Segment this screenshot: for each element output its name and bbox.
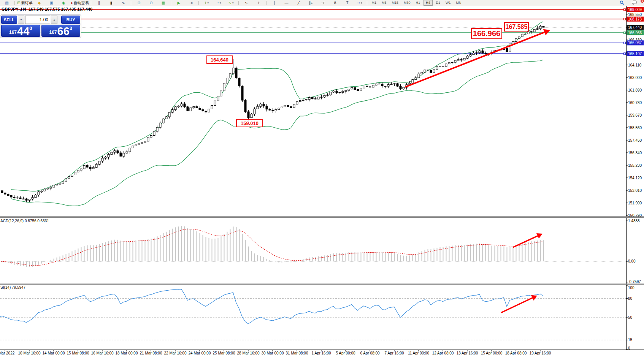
- price-annotation[interactable]: 167.585: [504, 22, 529, 32]
- line-handle: [624, 18, 626, 20]
- indicators-icon[interactable]: +▾: [201, 0, 212, 5]
- toolbar-separator: [367, 1, 367, 5]
- timeframe-M1[interactable]: M1: [370, 0, 378, 5]
- bar-chart-icon[interactable]: ║: [94, 0, 104, 5]
- svg-text:11 Apr 00:00: 11 Apr 00:00: [408, 351, 429, 355]
- svg-text:156.340: 156.340: [628, 151, 642, 155]
- svg-text:30 Mar 00:00: 30 Mar 00:00: [262, 351, 284, 355]
- svg-text:1 Apr 16:00: 1 Apr 16:00: [311, 351, 331, 355]
- templates-icon[interactable]: ∿▾: [225, 0, 236, 5]
- svg-text:165.107: 165.107: [628, 52, 642, 56]
- timeframe-M5[interactable]: M5: [380, 0, 389, 5]
- svg-text:158.560: 158.560: [628, 126, 642, 130]
- crosshair-icon[interactable]: +: [253, 0, 264, 5]
- chat-icon[interactable]: 1: [632, 0, 642, 5]
- svg-text:166.966: 166.966: [628, 31, 642, 35]
- ask-pip-digit: 3: [70, 25, 72, 31]
- search-icon[interactable]: [620, 0, 630, 5]
- text-label-icon[interactable]: T: [342, 0, 352, 5]
- svg-text:1.4838: 1.4838: [628, 219, 640, 223]
- fibonacci-icon[interactable]: ┄F: [317, 0, 328, 5]
- vertical-line-icon[interactable]: |: [269, 0, 279, 5]
- svg-text:166.067: 166.067: [628, 41, 642, 45]
- one-click-trading-panel: SELL ▼ ▲ BUY 167 44 0 167 66 3: [0, 14, 81, 38]
- channel-icon[interactable]: ∥E: [305, 0, 316, 5]
- volume-increase-button[interactable]: ▲: [51, 16, 57, 24]
- sell-button[interactable]: SELL: [1, 16, 17, 24]
- svg-text:167.440: 167.440: [628, 25, 642, 30]
- price-annotation[interactable]: 159.010: [236, 119, 263, 127]
- candlestick-series: [0, 22, 544, 206]
- svg-text:160.780: 160.780: [628, 101, 642, 105]
- svg-text:0.00: 0.00: [628, 259, 636, 263]
- svg-text:16 Mar 16:00: 16 Mar 16:00: [91, 351, 114, 355]
- terminal-icon[interactable]: ▣: [46, 0, 57, 5]
- svg-text:22 Mar 16:00: 22 Mar 16:00: [164, 351, 187, 355]
- ask-price: 167 66 3: [41, 25, 81, 37]
- new-chart-icon[interactable]: ▤: [2, 0, 12, 5]
- horizontal-line-icon[interactable]: —: [281, 0, 292, 5]
- svg-text:154.120: 154.120: [628, 176, 642, 180]
- volume-decrease-button[interactable]: ▼: [18, 16, 24, 24]
- line-handle: [624, 9, 626, 11]
- toolbar-separator: [171, 1, 171, 5]
- timeframe-MN[interactable]: MN: [454, 0, 463, 5]
- svg-text:159.670: 159.670: [628, 113, 642, 117]
- timeframe-M15[interactable]: M15: [390, 0, 400, 5]
- candlestick-chart-icon[interactable]: ▮: [106, 0, 116, 5]
- trendline-icon[interactable]: ╱: [293, 0, 304, 5]
- bid-prefix: 167: [9, 30, 17, 35]
- chart-shift-icon[interactable]: ⇥: [186, 0, 196, 5]
- toolbar-separator: [238, 1, 239, 5]
- toolbar-separator: [91, 1, 91, 5]
- svg-text:161.890: 161.890: [628, 88, 642, 92]
- svg-text:150.790: 150.790: [628, 214, 642, 218]
- periods-icon[interactable]: ◔▾: [213, 0, 224, 5]
- svg-text:169.009: 169.009: [628, 8, 642, 12]
- chart-quote-header: GBPJPY-,H4 167.549 167.575 167.435 167.4…: [2, 7, 92, 11]
- bollinger-lower-band: [11, 60, 543, 206]
- tile-windows-icon[interactable]: ▦: [158, 0, 168, 5]
- signals-icon[interactable]: ◉: [58, 0, 69, 5]
- zoom-out-icon[interactable]: ⊖: [146, 0, 156, 5]
- arrows-icon[interactable]: ⇝▾: [354, 0, 365, 5]
- timeframe-D1[interactable]: D1: [434, 0, 443, 5]
- volume-input[interactable]: [25, 16, 50, 24]
- svg-text:28 Mar 16:00: 28 Mar 16:00: [237, 351, 260, 355]
- price-annotation[interactable]: 166.966: [471, 28, 502, 39]
- svg-text:100: 100: [628, 286, 634, 290]
- svg-text:7 Apr 16:00: 7 Apr 16:00: [384, 351, 404, 355]
- timeframe-H4[interactable]: H4: [424, 0, 433, 6]
- svg-text:168.550: 168.550: [628, 13, 642, 17]
- cursor-icon[interactable]: ↖: [241, 0, 252, 5]
- autotrading-button[interactable]: ●自动交易: [70, 0, 89, 5]
- new-order-button[interactable]: ⊞新订单: [17, 0, 32, 5]
- text-icon[interactable]: A: [330, 0, 340, 5]
- timeframe-M30[interactable]: M30: [402, 0, 412, 5]
- metaeditor-icon[interactable]: ◆: [34, 0, 44, 5]
- svg-text:24 Mar 00:00: 24 Mar 00:00: [189, 351, 211, 355]
- notification-badge: 1: [641, 0, 644, 3]
- main-toolbar: ▤⊞新订单◆▣◉●自动交易║▮∿⊕⊖▦▶⇥+▾◔▾∿▾↖+|—╱∥E┄FAT⇝▾…: [0, 0, 644, 6]
- svg-text:21 Mar 08:00: 21 Mar 08:00: [140, 351, 162, 355]
- panel-splitter[interactable]: [0, 217, 644, 218]
- price-annotation[interactable]: 164.640: [206, 55, 233, 64]
- bollinger-upper-band: [11, 22, 543, 191]
- svg-text:10 Mar 16:00: 10 Mar 16:00: [18, 351, 41, 355]
- timeframe-H1[interactable]: H1: [414, 0, 422, 5]
- time-axis: 9 Mar 202210 Mar 16:0014 Mar 00:0015 Mar…: [0, 350, 551, 356]
- svg-text:15: 15: [628, 338, 633, 342]
- line-handle: [624, 53, 626, 55]
- rsi-axis: 1008050150: [626, 286, 634, 350]
- svg-text:19 Apr 16:00: 19 Apr 16:00: [530, 351, 551, 355]
- panel-splitter[interactable]: [0, 283, 644, 285]
- svg-text:18 Apr 08:00: 18 Apr 08:00: [505, 351, 527, 355]
- buy-button[interactable]: BUY: [61, 16, 80, 24]
- price-chart-svg[interactable]: 168.550167.440166.330165.220164.110163.0…: [0, 6, 644, 356]
- auto-scroll-icon[interactable]: ▶: [173, 0, 184, 5]
- timeframe-W1[interactable]: W1: [444, 0, 453, 5]
- chart-window[interactable]: 168.550167.440166.330165.220164.110163.0…: [0, 6, 644, 356]
- toolbar-separator: [198, 1, 199, 5]
- line-chart-icon[interactable]: ∿: [118, 0, 128, 5]
- zoom-in-icon[interactable]: ⊕: [133, 0, 144, 5]
